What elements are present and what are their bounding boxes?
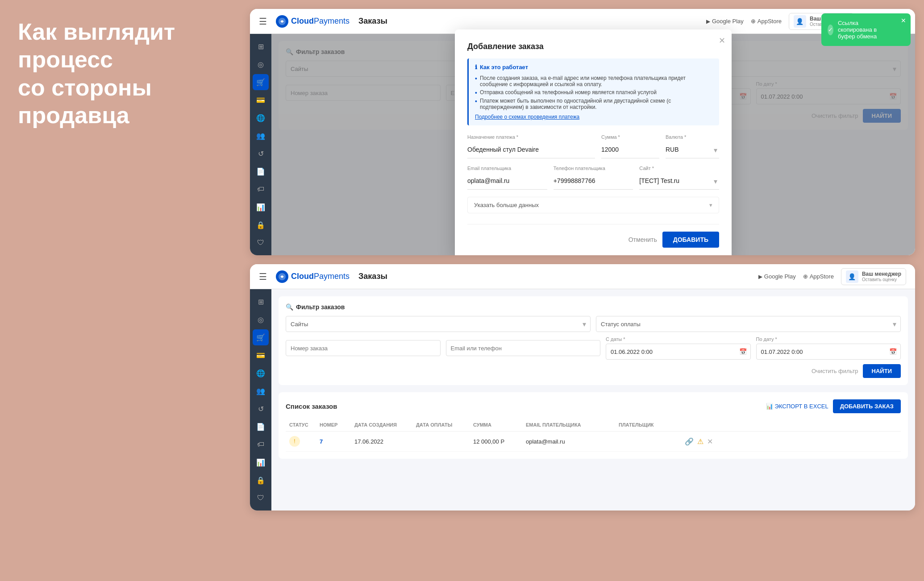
hero-line1: Как выглядит процесс [18,18,241,74]
email-label: Email плательщика [467,166,547,171]
add-button[interactable]: ДОБАВИТЬ [662,232,719,248]
sidebar-icon-tags-b[interactable]: 🏷 [253,436,269,452]
hamburger-icon[interactable]: ☰ [259,16,267,27]
purpose-input[interactable] [467,141,595,158]
sidebar-icon-sync-b[interactable]: ↺ [253,401,269,417]
info-item-1: Отправка сообщений на телефонный номер я… [475,88,713,97]
site-select[interactable]: [ТЕСТ] Test.ru [639,173,719,190]
payment-status-select-b[interactable]: Статус оплаты [596,316,901,332]
info-box-link[interactable]: Подробнее о схемах проведения платежа [475,114,713,120]
row-amount: 12 000,00 Р [473,438,522,445]
sidebar-icon-docs[interactable]: 📄 [253,163,269,179]
sidebar-icon-orders[interactable]: 🛒 [253,74,269,90]
excel-icon: 📊 [766,403,773,410]
currency-select-wrapper: RUB [666,141,719,158]
order-number-input-b[interactable] [286,340,441,356]
date-from-input-b[interactable]: 01.06.2022 0:00 📅 [606,344,751,360]
sidebar-icon-analytics[interactable]: ◎ [253,56,269,72]
currency-label: Валюта * [666,134,719,140]
logo-icon [276,15,288,28]
filter-title-text-bottom: Фильтр заказов [296,303,345,311]
date-to-input-b[interactable]: 01.07.2022 0:00 📅 [756,344,901,360]
modal-close-button[interactable]: ✕ [719,36,725,46]
copy-link-icon[interactable]: 🔗 [685,437,694,446]
export-button[interactable]: 📊 ЭКСПОРТ В EXCEL [766,403,828,410]
info-item-1-text: Отправка сообщений на телефонный номер я… [480,89,657,95]
sidebar-icon-users[interactable]: 👥 [253,128,269,144]
sidebar-icon-users-b[interactable]: 👥 [253,383,269,399]
sidebar-icon-payments[interactable]: 💳 [253,92,269,108]
google-play-link[interactable]: ▶ Google Play [706,18,744,25]
email-group: Email плательщика [467,166,547,190]
google-play-link-bottom[interactable]: ▶ Google Play [758,273,796,280]
add-order-button[interactable]: ДОБАВИТЬ ЗАКАЗ [833,399,901,413]
sidebar-icon-shield[interactable]: 🛡 [253,235,269,251]
sidebar-icon-home-b[interactable]: ⊞ [253,294,269,310]
logo-icon-bottom [276,270,288,283]
table-header: СТАТУС НОМЕР ДАТА СОЗДАНИЯ ДАТА ОПЛАТЫ С… [286,419,901,432]
google-play-label-bottom: Google Play [764,273,796,280]
sidebar-icon-docs-b[interactable]: 📄 [253,419,269,435]
form-row-1: Назначение платежа * Сумма * Валюта * [467,134,719,158]
cancel-button[interactable]: Отменить [628,232,657,248]
sidebar-icon-safe-b[interactable]: 🔒 [253,472,269,488]
phone-group: Телефон плательщика [554,166,633,190]
apple-icon: ⊕ [751,18,756,25]
info-title-text: Как это работает [480,64,528,71]
sidebar-icon-payments-b[interactable]: 💳 [253,347,269,363]
date-from-wrapper-b: С даты * 01.06.2022 0:00 📅 [606,336,751,360]
sidebar-icon-orders-b[interactable]: 🛒 [253,329,269,345]
phone-input[interactable] [554,173,633,190]
purpose-group: Назначение платежа * [467,134,595,158]
filter-actions-b: Очистить фильтр НАЙТИ [286,364,901,378]
sidebar-icon-globe-b[interactable]: 🌐 [253,365,269,381]
warning-action-icon[interactable]: ⚠ [697,437,703,446]
hamburger-icon-bottom[interactable]: ☰ [259,271,267,282]
date-from-label-b: С даты * [606,336,751,342]
col-number: НОМЕР [320,422,351,427]
manager-label-bottom: Ваш менеджер [862,271,901,277]
sidebar-icon-home[interactable]: ⊞ [253,38,269,54]
search-button-b[interactable]: НАЙТИ [863,364,901,378]
date-to-wrapper-b: По дату * 01.07.2022 0:00 📅 [756,336,901,360]
panel-top: ☰ CloudPayments Заказы ▶ Google Play [250,9,915,255]
sidebar-icon-reports[interactable]: 📊 [253,199,269,215]
expand-label: Указать больше данных [474,202,539,208]
sites-select-b[interactable]: Сайты [286,316,591,332]
orders-section: Список заказов 📊 ЭКСПОРТ В EXCEL ДОБАВИТ… [279,392,908,459]
sidebar-icon-globe[interactable]: 🌐 [253,110,269,126]
amount-input[interactable] [601,141,659,158]
email-input[interactable] [467,173,547,190]
table-row: ! 7 17.06.2022 12 000,00 Р oplata@mail.r… [286,432,901,452]
more-action-icon[interactable]: ✕ [707,437,713,446]
clear-filter-button-b[interactable]: Очистить фильтр [812,364,858,378]
manager-button-bottom[interactable]: 👤 Ваш менеджер Оставить оценку [841,268,906,285]
currency-select[interactable]: RUB [666,141,719,158]
sidebar-icon-shield-b[interactable]: 🛡 [253,490,269,506]
app-store-link-bottom[interactable]: ⊕ AppStore [803,273,834,280]
page-title: Заказы [358,17,697,26]
email-phone-input-b[interactable] [446,340,601,356]
info-item-0: После создания заказа, на e-mail адрес и… [475,74,713,88]
sidebar-icon-analytics-b[interactable]: ◎ [253,311,269,328]
purpose-label: Назначение платежа * [467,134,595,140]
col-actions [685,422,720,427]
sidebar-icon-safe[interactable]: 🔒 [253,217,269,233]
sidebar-icon-sync[interactable]: ↺ [253,145,269,162]
hero-line2: со стороны продавца [18,74,241,129]
info-list: После создания заказа, на e-mail адрес и… [475,74,713,111]
site-label: Сайт * [639,166,719,171]
col-status: СТАТУС [289,422,316,427]
app-store-link[interactable]: ⊕ AppStore [751,18,782,25]
amount-group: Сумма * [601,134,659,158]
expand-row[interactable]: Указать больше данных ▾ [467,197,719,213]
logo-text: CloudPayments [291,17,350,26]
apple-icon-bottom: ⊕ [803,273,808,280]
amount-label: Сумма * [601,134,659,140]
sidebar-icon-reports-b[interactable]: 📊 [253,454,269,470]
row-email: oplata@mail.ru [526,438,615,445]
filter-section-bottom: 🔍 Фильтр заказов Сайты Статус оплаты [279,296,908,385]
sidebar-icon-tags[interactable]: 🏷 [253,181,269,197]
modal-overlay[interactable]: Добавление заказа ✕ ℹ Как это работает П… [271,34,915,255]
order-number-link[interactable]: 7 [320,438,351,445]
